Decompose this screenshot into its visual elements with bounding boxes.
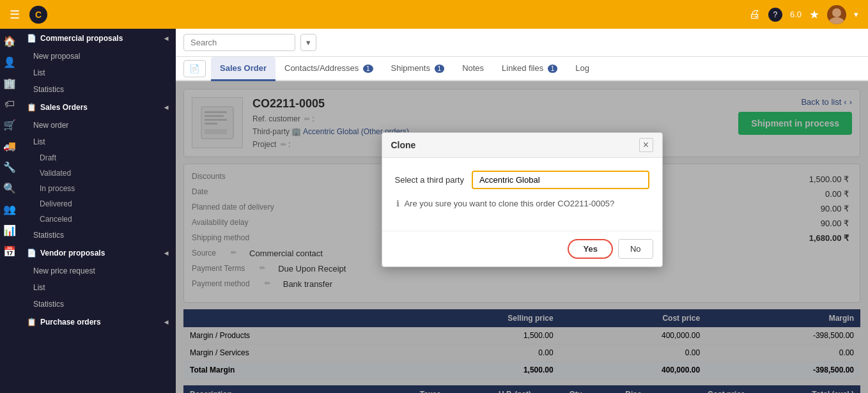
sales-icon: 📋 [27,103,36,112]
sidebar-subitem-validated[interactable]: Validated [19,166,176,181]
search-nav-icon[interactable]: 🔍 [3,182,16,194]
app-logo: C [29,6,47,24]
tools-icon[interactable]: 🔧 [3,161,16,173]
vendor-icon: 📄 [27,249,36,258]
sidebar-subitem-in-process[interactable]: In process [19,181,176,196]
top-bar-left: ☰ C [10,6,47,24]
modal-no-button[interactable]: No [618,239,653,259]
svg-point-0 [832,8,841,17]
search-bar-row: ▾ [176,29,868,57]
search-input[interactable] [183,34,295,51]
sidebar-item-list-sales[interactable]: List [19,134,176,150]
calendar-icon[interactable]: 📅 [3,245,16,258]
purchase-arrow: ◂ [164,318,168,327]
sidebar-item-stats-commercial[interactable]: Statistics [19,81,176,98]
purchase-label: Purchase orders [40,318,101,327]
clone-modal: Clone × Select a third party ℹ Are you s… [382,132,663,267]
modal-title: Clone [391,140,416,150]
doc-area: CO2211-0005 Ref. customer ✏ : Third-part… [176,81,868,393]
sidebar-header-commercial[interactable]: 📄 Commercial proposals ◂ [19,29,176,48]
sidebar-section-sales: 📋 Sales Orders ◂ New order List Draft Va… [19,98,176,243]
commercial-label: Commercial proposals [40,34,123,43]
modal-confirm-text: ℹ Are you sure you want to clone this or… [396,199,649,208]
top-bar-right: 🖨 ? 6.0 ★ ▾ [749,5,858,24]
tab-notes[interactable]: Notes [453,57,493,81]
top-bar: ☰ C 🖨 ? 6.0 ★ ▾ [0,0,868,29]
sidebar-subitem-canceled[interactable]: Canceled [19,212,176,227]
modal-close-button[interactable]: × [639,138,653,152]
modal-confirm-message: Are you sure you want to clone this orde… [404,199,614,208]
tab-notes-label: Notes [462,63,484,73]
main-layout: 🏠 👤 🏢 🏷 🛒 🚚 🔧 🔍 👥 📊 📅 📄 Commercial propo… [0,29,868,393]
modal-body: Select a third party ℹ Are you sure you … [382,158,662,231]
sidebar-header-sales[interactable]: 📋 Sales Orders ◂ [19,98,176,117]
modal-yes-button[interactable]: Yes [568,239,612,259]
modal-third-party-input[interactable] [472,171,649,189]
sidebar-item-new-proposal[interactable]: New proposal [19,48,176,65]
tab-contacts-badge: 1 [363,65,373,73]
search-dropdown-button[interactable]: ▾ [300,34,316,51]
commercial-arrow: ◂ [164,34,168,43]
vendor-label: Vendor proposals [40,249,105,258]
sidebar-item-list-vendor[interactable]: List [19,279,176,296]
sidebar-section-commercial: 📄 Commercial proposals ◂ New proposal Li… [19,29,176,98]
vendor-arrow: ◂ [164,249,168,258]
modal-header: Clone × [382,133,662,158]
tabs-row: 📄 Sales Order Contacts/Addresses 1 Shipm… [176,57,868,81]
nav-icon-bar: 🏠 👤 🏢 🏷 🛒 🚚 🔧 🔍 👥 📊 📅 [0,29,19,393]
modal-footer: Yes No [382,231,662,266]
cart-icon[interactable]: 🛒 [3,119,16,131]
sidebar-section-purchase: 📋 Purchase orders ◂ [19,312,176,332]
sales-arrow: ◂ [164,103,168,112]
tab-log[interactable]: Log [566,57,598,81]
help-icon[interactable]: ? [768,8,782,22]
print-icon[interactable]: 🖨 [749,8,761,21]
tab-linked-files[interactable]: Linked files 1 [493,57,566,81]
svg-point-1 [829,17,844,24]
sidebar-item-stats-vendor[interactable]: Statistics [19,296,176,312]
home-icon[interactable]: 🏠 [3,35,16,47]
tab-contacts-label: Contacts/Addresses [284,63,359,73]
tab-shipments-badge: 1 [435,65,445,73]
user-icon[interactable]: 👤 [3,56,16,68]
sidebar-subitem-delivered[interactable]: Delivered [19,196,176,212]
sidebar-header-purchase[interactable]: 📋 Purchase orders ◂ [19,312,176,332]
truck-icon[interactable]: 🚚 [3,140,16,152]
tab-contacts[interactable]: Contacts/Addresses 1 [275,57,382,81]
sidebar-subitem-draft[interactable]: Draft [19,150,176,166]
tab-sales-order-label: Sales Order [220,63,267,73]
tab-shipments[interactable]: Shipments 1 [382,57,454,81]
sidebar-item-list-commercial[interactable]: List [19,65,176,81]
version-label: 6.0 [790,10,802,19]
user-avatar[interactable] [827,5,846,24]
tab-linked-files-badge: 1 [548,65,558,73]
sales-label: Sales Orders [40,103,88,112]
content-area: ▾ 📄 Sales Order Contacts/Addresses 1 Shi… [176,29,868,393]
chart-icon[interactable]: 📊 [3,224,16,236]
tab-log-label: Log [575,63,589,73]
user-dropdown-icon[interactable]: ▾ [854,10,858,19]
modal-field-label: Select a third party [395,175,464,185]
tab-shipments-label: Shipments [391,63,430,73]
sidebar-section-vendor: 📄 Vendor proposals ◂ New price request L… [19,243,176,312]
commercial-icon: 📄 [27,34,36,43]
modal-third-party-row: Select a third party [395,171,649,189]
document-icon-button[interactable]: 📄 [183,60,206,77]
modal-overlay: Clone × Select a third party ℹ Are you s… [176,81,868,393]
info-icon: ℹ [396,199,399,208]
hamburger-menu[interactable]: ☰ [10,8,20,22]
sidebar-item-stats-sales[interactable]: Statistics [19,227,176,243]
tab-linked-files-label: Linked files [502,63,543,73]
sidebar-header-vendor[interactable]: 📄 Vendor proposals ◂ [19,243,176,263]
star-icon[interactable]: ★ [809,8,819,22]
sidebar-item-new-order[interactable]: New order [19,117,176,134]
purchase-icon: 📋 [27,318,36,327]
building-icon[interactable]: 🏢 [3,77,16,89]
person-icon[interactable]: 👥 [3,203,16,215]
tag-icon[interactable]: 🏷 [4,98,15,110]
sidebar-item-new-price-request[interactable]: New price request [19,263,176,279]
tab-sales-order[interactable]: Sales Order [211,57,275,81]
sidebar: 📄 Commercial proposals ◂ New proposal Li… [19,29,176,393]
